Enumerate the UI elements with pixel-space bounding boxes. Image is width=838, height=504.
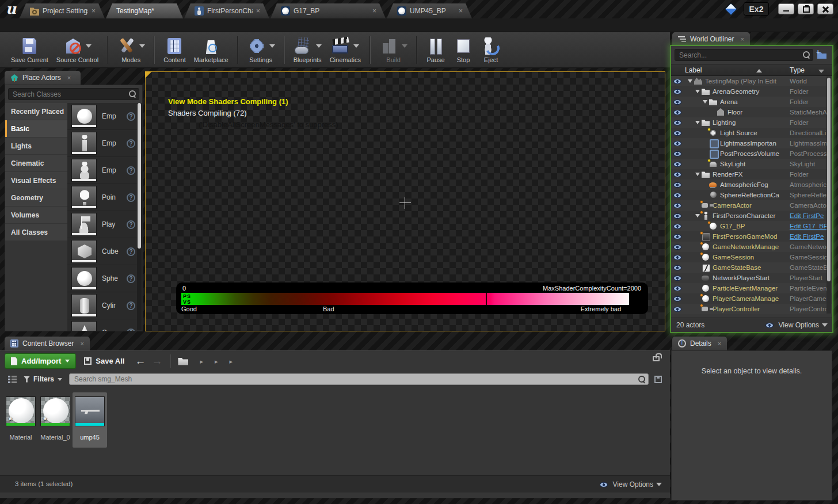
save-all-button[interactable]: Save All bbox=[84, 357, 124, 365]
outliner-row[interactable]: PlayerCameraManage PlayerCamer bbox=[671, 293, 832, 304]
place-actors-category[interactable]: Basic bbox=[5, 120, 67, 137]
outliner-row[interactable]: Floor StaticMeshA bbox=[671, 107, 832, 117]
actor-type-text[interactable]: GameSessio bbox=[790, 254, 826, 261]
close-tab-icon[interactable] bbox=[256, 7, 260, 15]
asset-thumbnail[interactable] bbox=[6, 396, 36, 426]
help-icon[interactable] bbox=[127, 301, 135, 310]
save-search-icon[interactable] bbox=[654, 376, 662, 383]
close-window-button[interactable] bbox=[817, 3, 833, 14]
paint-notification-icon[interactable] bbox=[725, 2, 738, 16]
outliner-row[interactable]: GameSession GameSessio bbox=[671, 252, 832, 262]
outliner-row[interactable]: G17_BP Edit G17_BP bbox=[671, 221, 832, 231]
actor-type-text[interactable]: Folder bbox=[790, 171, 826, 178]
help-icon[interactable] bbox=[127, 193, 135, 202]
outliner-row[interactable]: Arena Folder bbox=[671, 97, 832, 107]
toolbar-button[interactable]: Modes bbox=[117, 36, 145, 63]
outliner-search-input[interactable] bbox=[675, 49, 813, 61]
outliner-row[interactable]: AtmosphericFog Atmospheric bbox=[671, 180, 832, 190]
place-actors-category[interactable]: Cinematic bbox=[5, 155, 67, 171]
asset-thumbnail[interactable] bbox=[75, 396, 105, 426]
outliner-scrollbar[interactable] bbox=[826, 77, 831, 314]
add-import-button[interactable]: Add/Import bbox=[5, 353, 76, 369]
breadcrumb-item[interactable] bbox=[224, 357, 239, 365]
minimize-button[interactable] bbox=[778, 3, 794, 14]
visibility-eye-icon[interactable] bbox=[673, 203, 681, 208]
breadcrumb-item[interactable] bbox=[209, 357, 224, 365]
restore-button[interactable] bbox=[798, 3, 814, 14]
tab-place-actors[interactable]: Place Actors bbox=[5, 71, 81, 85]
actor-thumbnail-icon[interactable] bbox=[71, 321, 97, 331]
actor-thumbnail-icon[interactable] bbox=[71, 294, 97, 317]
close-tab-icon[interactable] bbox=[92, 7, 96, 15]
asset-thumbnail[interactable] bbox=[40, 396, 70, 426]
outliner-row[interactable]: ArenaGeometry Folder bbox=[671, 86, 832, 97]
outliner-row[interactable]: ParticleEventManager ParticleEven bbox=[671, 283, 832, 293]
outliner-row[interactable]: PlayerController PlayerContro bbox=[671, 304, 832, 314]
outliner-row[interactable]: LightmassImportan LightmassIm bbox=[671, 138, 832, 148]
toolbar-button[interactable] bbox=[237, 36, 238, 64]
toolbar-button[interactable]: Source Control bbox=[56, 36, 98, 63]
toolbar-button[interactable]: Pause bbox=[426, 36, 445, 63]
outliner-row[interactable]: NetworkPlayerStart PlayerStart bbox=[671, 273, 832, 283]
outliner-row[interactable]: GameNetworkManage GameNetwor bbox=[671, 242, 832, 252]
search-classes-field[interactable] bbox=[8, 88, 139, 100]
visibility-eye-icon[interactable] bbox=[673, 182, 681, 188]
visibility-eye-icon[interactable] bbox=[673, 131, 681, 136]
place-actors-category[interactable]: Visual Effects bbox=[5, 172, 67, 189]
actor-type-text[interactable]: PostProcess bbox=[790, 150, 826, 157]
actor-type-text[interactable]: Folder bbox=[790, 119, 826, 126]
place-actors-category[interactable]: Recently Placed bbox=[5, 103, 67, 120]
actor-type-text[interactable]: PlayerContro bbox=[790, 306, 826, 312]
help-icon[interactable] bbox=[127, 329, 135, 331]
visibility-eye-icon[interactable] bbox=[673, 79, 681, 84]
outliner-search-field[interactable] bbox=[675, 49, 813, 61]
help-icon[interactable] bbox=[127, 274, 135, 283]
place-actors-category[interactable]: Lights bbox=[5, 138, 67, 154]
toolbar-button[interactable] bbox=[107, 36, 108, 64]
visibility-eye-icon[interactable] bbox=[673, 234, 681, 239]
sources-panel-toggle-icon[interactable] bbox=[8, 375, 17, 383]
outliner-row[interactable]: SphereReflectionCa SphereReflec bbox=[671, 190, 832, 200]
outliner-row[interactable]: Lighting Folder bbox=[671, 117, 832, 128]
toolbar-button[interactable]: Save Current bbox=[11, 36, 48, 63]
help-icon[interactable] bbox=[127, 220, 135, 229]
asset-tile[interactable]: Material bbox=[3, 392, 38, 448]
outliner-row[interactable]: GameStateBase GameStateB bbox=[671, 262, 832, 273]
tab-details[interactable]: Details bbox=[672, 337, 727, 350]
toolbar-button[interactable]: Content bbox=[163, 36, 186, 63]
actor-type-text[interactable]: SphereReflec bbox=[790, 192, 826, 198]
chevron-down-icon[interactable] bbox=[402, 44, 407, 48]
chevron-down-icon[interactable] bbox=[86, 44, 92, 48]
toolbar-button[interactable]: Settings bbox=[247, 36, 275, 63]
visibility-eye-icon[interactable] bbox=[673, 213, 681, 219]
actor-type-text[interactable]: GameNetwor bbox=[790, 243, 826, 250]
close-icon[interactable] bbox=[718, 340, 721, 347]
help-icon[interactable] bbox=[127, 247, 135, 256]
close-tab-icon[interactable] bbox=[459, 7, 463, 15]
lock-icon[interactable] bbox=[653, 356, 660, 361]
placeable-actor-item[interactable]: Cube bbox=[67, 238, 142, 265]
toolbar-button[interactable] bbox=[416, 36, 417, 64]
toolbar-button[interactable] bbox=[154, 36, 155, 64]
outliner-row[interactable]: SkyLight SkyLight bbox=[671, 159, 832, 169]
asset-search-field[interactable] bbox=[69, 373, 649, 385]
placeable-actor-item[interactable]: Emp bbox=[67, 103, 142, 130]
visibility-eye-icon[interactable] bbox=[673, 120, 681, 125]
chevron-down-icon[interactable] bbox=[353, 44, 359, 48]
asset-tile[interactable]: ump45 bbox=[73, 392, 107, 448]
tab-content-browser[interactable]: Content Browser bbox=[5, 337, 90, 350]
placeable-actor-item[interactable]: Play bbox=[67, 211, 142, 238]
actor-type-text[interactable]: Folder bbox=[790, 98, 826, 105]
tab-world-outliner[interactable]: World Outliner bbox=[672, 32, 750, 46]
actor-thumbnail-icon[interactable] bbox=[71, 159, 97, 182]
content-view-options-button[interactable]: View Options bbox=[600, 480, 662, 488]
actor-type-text[interactable]: GameStateB bbox=[790, 264, 826, 271]
outliner-column-header[interactable]: Label Type bbox=[671, 64, 832, 76]
outliner-row[interactable]: FirstPersonGameMod Edit FirstPe bbox=[671, 231, 832, 242]
actor-type-text[interactable]: LightmassIm bbox=[790, 140, 826, 147]
actor-type-text[interactable]: Folder bbox=[790, 88, 826, 95]
app-tab[interactable]: TestingMap* bbox=[106, 3, 183, 18]
actor-type-text[interactable]: Edit FirstPe bbox=[790, 233, 826, 240]
toolbar-button[interactable]: Blueprints bbox=[294, 36, 322, 63]
visibility-eye-icon[interactable] bbox=[673, 286, 681, 291]
